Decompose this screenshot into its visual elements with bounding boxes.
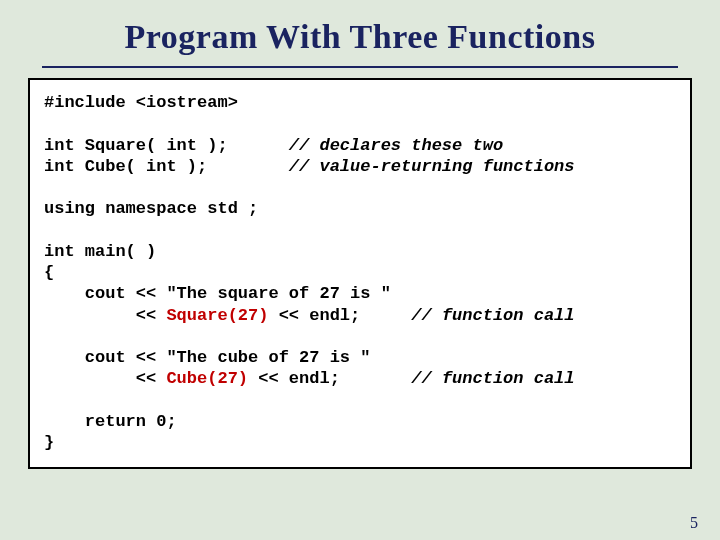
code-text: int Cube( int ); [44, 157, 289, 176]
code-line: cout << "The cube of 27 is " [44, 347, 676, 368]
code-line-blank [44, 326, 676, 347]
code-line: int Square( int ); // declares these two [44, 135, 676, 156]
code-line-blank [44, 177, 676, 198]
code-line: return 0; [44, 411, 676, 432]
title-underline [42, 66, 678, 68]
code-line: << Square(27) << endl; // function call [44, 305, 676, 326]
code-line: << Cube(27) << endl; // function call [44, 368, 676, 389]
code-comment: // declares these two [289, 136, 503, 155]
code-text: << [44, 369, 166, 388]
code-line: cout << "The square of 27 is " [44, 283, 676, 304]
code-text: << endl; [268, 306, 411, 325]
code-line-blank [44, 390, 676, 411]
code-call: Cube(27) [166, 369, 248, 388]
code-comment: // function call [411, 306, 574, 325]
code-comment: // value-returning functions [289, 157, 575, 176]
code-text: int Square( int ); [44, 136, 289, 155]
page-title: Program With Three Functions [28, 18, 692, 56]
code-comment: // function call [411, 369, 574, 388]
slide: Program With Three Functions #include <i… [0, 0, 720, 540]
code-call: Square(27) [166, 306, 268, 325]
code-line: int main( ) [44, 241, 676, 262]
code-text: << endl; [248, 369, 411, 388]
code-line: int Cube( int ); // value-returning func… [44, 156, 676, 177]
code-line-blank [44, 113, 676, 134]
code-text: << [44, 306, 166, 325]
code-line: using namespace std ; [44, 198, 676, 219]
code-line: } [44, 432, 676, 453]
page-number: 5 [690, 514, 698, 532]
code-line-blank [44, 220, 676, 241]
code-block: #include <iostream> int Square( int ); /… [28, 78, 692, 469]
code-line: #include <iostream> [44, 92, 676, 113]
code-line: { [44, 262, 676, 283]
